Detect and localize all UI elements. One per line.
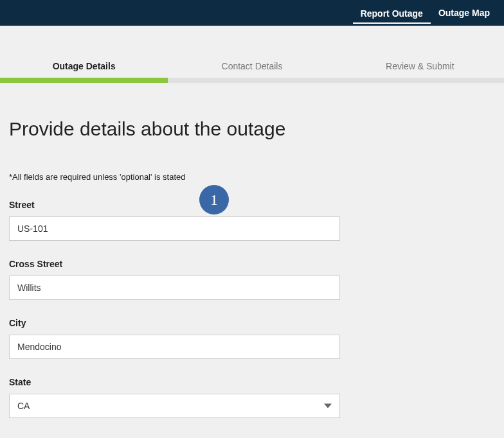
page-title: Provide details about the outage [9, 118, 495, 140]
top-nav: Report Outage Outage Map [0, 0, 504, 26]
required-hint: *All fields are required unless 'optiona… [9, 172, 495, 182]
city-input[interactable] [9, 335, 340, 359]
tab-contact-details[interactable]: Contact Details [168, 61, 336, 78]
nav-report-outage[interactable]: Report Outage [353, 2, 431, 24]
tab-outage-details[interactable]: Outage Details [0, 61, 168, 78]
chevron-down-icon [324, 404, 332, 408]
tab-review-submit[interactable]: Review & Submit [336, 61, 504, 78]
cross-street-label: Cross Street [9, 259, 340, 269]
state-select[interactable]: CA [9, 394, 340, 418]
state-label: State [9, 377, 340, 387]
cross-street-input[interactable] [9, 276, 340, 300]
city-label: City [9, 318, 340, 328]
step-tabs: Outage Details Contact Details Review & … [0, 61, 504, 78]
street-input[interactable] [9, 216, 340, 241]
step-badge: 1 [199, 185, 229, 215]
progress-bar [0, 78, 504, 83]
field-city: City [9, 318, 340, 359]
state-value: CA [17, 401, 30, 411]
field-street: Street [9, 200, 340, 241]
street-label: Street [9, 200, 340, 210]
form-content: Provide details about the outage *All fi… [0, 83, 504, 418]
nav-outage-map[interactable]: Outage Map [431, 1, 498, 24]
progress-fill [0, 78, 168, 83]
field-state: State CA [9, 377, 340, 418]
field-cross-street: Cross Street [9, 259, 340, 300]
